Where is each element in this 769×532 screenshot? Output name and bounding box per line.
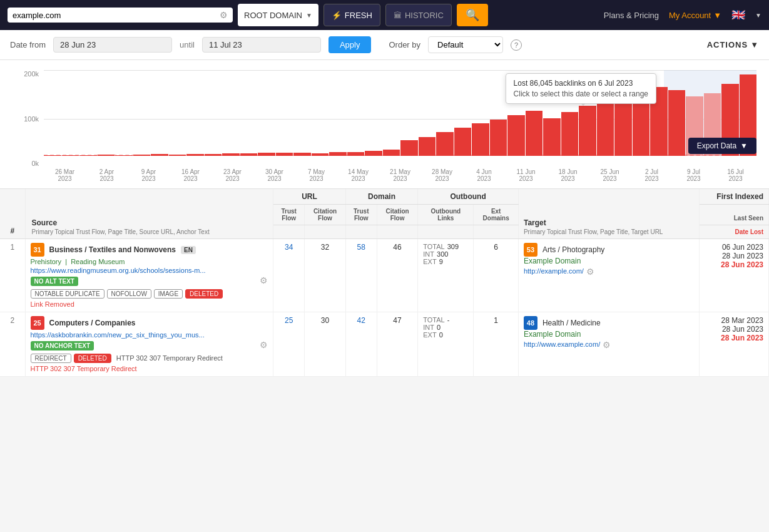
target-url-link[interactable]: http://www.example.com/	[524, 340, 600, 348]
col-outbound-links: OutboundLinks	[418, 205, 474, 225]
my-account-menu[interactable]: My Account ▼	[669, 11, 721, 20]
bar[interactable]	[614, 96, 632, 156]
bar[interactable]	[186, 154, 204, 156]
fresh-button[interactable]: ⚡ FRESH	[323, 4, 380, 26]
target-domain: Example Domain	[524, 330, 694, 339]
x-label: 30 Apr2023	[253, 168, 295, 182]
tag-redirect: REDIRECT	[31, 354, 71, 363]
domain-trust-flow-link[interactable]: 42	[357, 316, 365, 325]
domain-trust-flow-link[interactable]: 58	[357, 243, 365, 252]
chevron-down-icon: ▼	[740, 141, 748, 150]
bar[interactable]	[169, 155, 186, 156]
total-outbound: 309	[447, 243, 459, 250]
order-by-select[interactable]: Default Date Lost Trust Flow	[428, 36, 503, 53]
bar[interactable]	[454, 128, 472, 156]
source-subtitle-link1[interactable]: Prehistory	[31, 258, 62, 265]
bar[interactable]	[79, 155, 97, 156]
source-subtitle-link2[interactable]: Reading Museum	[71, 258, 125, 265]
chevron-down-icon[interactable]: ▼	[755, 12, 761, 19]
search-go-button[interactable]: 🔍	[457, 4, 488, 26]
int-outbound: 300	[437, 250, 448, 258]
x-label: 16 Jul2023	[715, 168, 756, 182]
help-icon[interactable]: ?	[511, 39, 522, 51]
bar[interactable]	[579, 106, 596, 156]
row-number: 1	[0, 239, 25, 312]
target-settings-icon[interactable]: ⚙	[586, 267, 594, 277]
target-settings-icon[interactable]: ⚙	[603, 340, 611, 350]
plans-pricing-link[interactable]: Plans & Pricing	[604, 11, 659, 20]
ext-outbound: 0	[439, 331, 443, 339]
col-target-sub: Primary Topical Trust Flow, Page Title, …	[524, 228, 694, 235]
bar[interactable]	[133, 155, 151, 156]
last-seen-date: 28 Jun 2023	[705, 325, 763, 334]
url-trust-flow-link[interactable]: 25	[285, 316, 293, 325]
bar[interactable]	[151, 154, 168, 156]
historic-icon: 🏛	[394, 11, 402, 20]
bar[interactable]	[258, 153, 275, 156]
lang-badge: EN	[181, 246, 196, 254]
bar[interactable]	[205, 154, 222, 156]
bar[interactable]	[668, 90, 686, 156]
historic-button[interactable]: 🏛 HISTORIC	[385, 4, 452, 26]
redirect-description: HTTP 302 307 Temporary Redirect	[114, 354, 225, 363]
bar[interactable]	[312, 153, 329, 156]
bar[interactable]	[472, 123, 489, 156]
search-input[interactable]	[13, 11, 216, 20]
chevron-down-icon: ▼	[713, 11, 721, 20]
bar[interactable]	[507, 115, 525, 156]
target-cell: 48 Health / Medicine Example Domain http…	[518, 312, 699, 377]
domain-type-dropdown[interactable]: ROOT DOMAIN ▼	[238, 4, 318, 26]
bar[interactable]	[400, 140, 418, 156]
bar[interactable]	[329, 152, 347, 156]
domain-trust-flow: 58	[345, 239, 377, 312]
source-url-link[interactable]: https://askbobrankin.com/new_pc_six_thin…	[31, 331, 218, 339]
bar[interactable]	[543, 118, 561, 156]
bar[interactable]	[347, 152, 365, 156]
domain-citation-flow: 46	[377, 239, 417, 312]
bar[interactable]	[115, 155, 133, 156]
bar[interactable]	[526, 111, 543, 156]
source-category: Computers / Companies	[49, 319, 136, 327]
ext-outbound: 9	[439, 258, 443, 265]
url-trust-flow-link[interactable]: 34	[285, 243, 293, 252]
date-to-input[interactable]	[202, 37, 321, 53]
col-group-domain: Domain	[345, 189, 418, 205]
bar[interactable]	[222, 153, 240, 156]
target-category: Health / Medicine	[542, 319, 601, 327]
bar[interactable]	[293, 153, 311, 156]
bar[interactable]	[419, 137, 436, 156]
source-url-link[interactable]: https://www.readingmuseum.org.uk/schools…	[31, 267, 218, 274]
bar[interactable]	[365, 151, 382, 156]
tag-image: IMAGE	[154, 289, 183, 299]
date-lost: 28 Jun 2023	[705, 260, 763, 269]
chevron-down-icon: ▼	[306, 12, 312, 19]
language-flag[interactable]: 🇬🇧	[731, 8, 745, 22]
bar[interactable]	[597, 100, 614, 156]
x-label: 23 Apr2023	[211, 168, 253, 182]
bar[interactable]	[240, 153, 258, 156]
bar[interactable]	[62, 155, 79, 156]
x-label: 9 Apr2023	[128, 168, 170, 182]
settings-icon[interactable]: ⚙	[260, 275, 268, 285]
target-score-badge: 53	[524, 243, 537, 257]
export-data-button[interactable]: Export Data ▼	[688, 138, 756, 154]
target-domain: Example Domain	[524, 257, 694, 265]
bar[interactable]	[276, 153, 293, 156]
bar[interactable]	[44, 155, 61, 156]
chart-y-100k: 100k	[13, 115, 39, 123]
bar[interactable]	[561, 112, 579, 156]
bar[interactable]	[490, 120, 507, 156]
target-url-link[interactable]: http://example.com/	[524, 267, 584, 275]
ext-domains: 6	[474, 239, 519, 312]
apply-button[interactable]: Apply	[328, 36, 372, 53]
bar[interactable]	[436, 132, 454, 156]
bar[interactable]	[383, 150, 400, 156]
date-from-input[interactable]	[53, 37, 172, 53]
settings-icon[interactable]: ⚙	[260, 340, 268, 350]
actions-button[interactable]: ACTIONS ▼	[707, 40, 759, 49]
bar[interactable]	[98, 155, 115, 156]
gear-icon[interactable]: ⚙	[220, 10, 228, 20]
search-box[interactable]: ⚙	[8, 8, 233, 23]
int-outbound: 0	[437, 324, 441, 331]
col-header-num: #	[0, 189, 25, 239]
